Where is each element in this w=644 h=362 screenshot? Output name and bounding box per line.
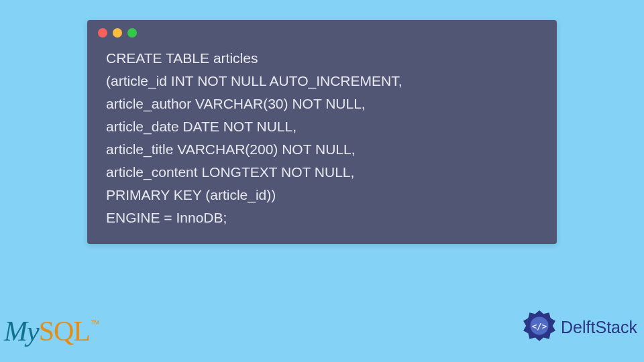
mysql-logo: MySQLTM xyxy=(4,315,97,347)
delftstack-logo: </> DelftStack xyxy=(522,310,637,345)
mysql-logo-my: My xyxy=(4,316,39,347)
maximize-dot xyxy=(127,28,137,38)
minimize-dot xyxy=(113,28,122,38)
delftstack-gear-icon: </> xyxy=(522,310,557,345)
close-dot xyxy=(98,28,107,38)
svg-text:</>: </> xyxy=(532,321,547,331)
delftstack-label: DelftStack xyxy=(561,318,637,337)
code-content: CREATE TABLE articles (article_id INT NO… xyxy=(87,42,557,244)
mysql-logo-sql: SQL xyxy=(39,316,90,347)
window-title-bar xyxy=(87,20,557,42)
code-window: CREATE TABLE articles (article_id INT NO… xyxy=(87,20,557,244)
mysql-logo-tm: TM xyxy=(91,319,99,326)
